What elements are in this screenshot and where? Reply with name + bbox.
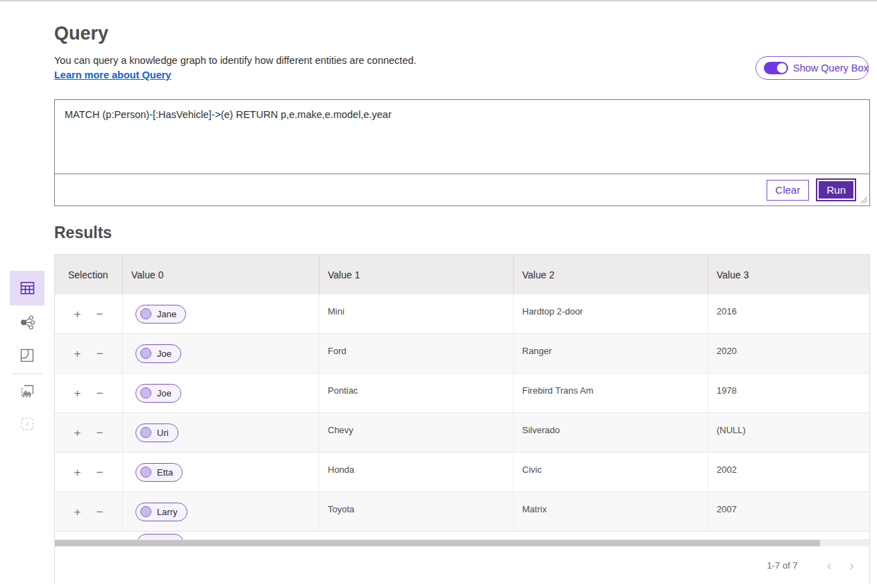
column-header-value1: Value 1: [319, 255, 514, 294]
add-to-map-icon: [20, 384, 35, 398]
value2-text: Silverado: [514, 425, 560, 435]
toggle-label: Show Query Box: [793, 62, 869, 74]
pagination-range: 1-7 of 7: [767, 560, 798, 571]
results-heading: Results: [54, 224, 112, 242]
value2-text: Hardtop 2-door: [514, 306, 583, 317]
add-to-selection-button[interactable]: +: [73, 346, 83, 361]
add-to-map-button[interactable]: [10, 376, 44, 406]
show-query-box-toggle[interactable]: Show Query Box: [755, 56, 869, 80]
value1-text: Mini: [319, 306, 344, 317]
value3-text: 2016: [708, 306, 737, 317]
add-to-selection-button[interactable]: +: [73, 465, 83, 480]
query-input[interactable]: MATCH (p:Person)-[:HasVehicle]->(e) RETU…: [55, 100, 869, 174]
add-to-selection-button[interactable]: +: [73, 307, 83, 321]
selection-cell: + −: [55, 373, 123, 412]
table-row: + − Joe Ford Ranger 2020: [55, 334, 869, 373]
value2-cell: Firebird Trans Am: [514, 373, 708, 412]
map-icon: [19, 348, 35, 363]
entity-pill[interactable]: Larry: [135, 503, 187, 521]
entity-pill-partial[interactable]: [137, 534, 184, 539]
column-header-value3: Value 3: [708, 255, 869, 294]
value2-text: Ranger: [514, 346, 552, 356]
table-row: + − Uri Chevy Silverado (NULL): [55, 413, 869, 453]
value1-cell: Mini: [319, 294, 514, 333]
value1-text: Honda: [319, 464, 354, 475]
table-view-button[interactable]: [10, 271, 44, 305]
add-to-selection-button[interactable]: +: [73, 386, 83, 401]
entity-pill[interactable]: Joe: [135, 344, 181, 363]
value0-cell: Etta: [123, 453, 319, 492]
entity-dot-icon: [140, 308, 151, 319]
remove-from-selection-button[interactable]: −: [95, 386, 105, 401]
value3-text: 1978: [708, 385, 737, 396]
entity-pill-label: Etta: [157, 467, 173, 478]
column-header-selection: Selection: [55, 255, 123, 294]
link-chart-view-button[interactable]: [10, 305, 44, 339]
table-row-partial: [55, 532, 869, 539]
value1-cell: Chevy: [319, 413, 514, 452]
pagination-bar: 1-7 of 7 ‹ ›: [55, 546, 869, 584]
value1-cell: Ford: [319, 334, 514, 373]
entity-pill[interactable]: Jane: [135, 305, 186, 324]
table-body: + − Jane Mini Hardtop 2-door 2016 + − Jo…: [55, 294, 869, 532]
query-footer: Clear Run: [55, 174, 869, 205]
value3-cell: 2020: [708, 334, 869, 373]
entity-dot-icon: [140, 427, 151, 438]
entity-dot-icon: [140, 506, 151, 517]
value1-cell: Pontiac: [319, 373, 514, 412]
entity-pill[interactable]: Uri: [135, 423, 178, 442]
next-page-button[interactable]: ›: [845, 558, 858, 572]
resize-handle-icon[interactable]: [859, 195, 867, 203]
query-box: MATCH (p:Person)-[:HasVehicle]->(e) RETU…: [54, 99, 870, 206]
value2-cell: Hardtop 2-door: [514, 294, 708, 333]
query-page: Query You can query a knowledge graph to…: [0, 0, 877, 588]
entity-pill-label: Joe: [157, 348, 172, 359]
table-row: + − Joe Pontiac Firebird Trans Am 1978: [55, 373, 869, 413]
value3-text: 2020: [708, 346, 737, 356]
horizontal-scrollbar[interactable]: [55, 539, 869, 546]
entity-pill[interactable]: Etta: [135, 463, 183, 482]
map-view-button[interactable]: [10, 339, 44, 372]
selection-cell: + −: [55, 413, 123, 452]
page-title: Query: [54, 23, 108, 44]
entity-pill[interactable]: Joe: [135, 384, 181, 403]
value3-cell: 2007: [708, 492, 869, 531]
value2-cell: Ranger: [514, 334, 708, 373]
value2-text: Civic: [514, 464, 542, 475]
value1-text: Ford: [319, 346, 346, 356]
page-description: You can query a knowledge graph to ident…: [54, 55, 417, 66]
table-icon: [19, 280, 36, 296]
clear-button[interactable]: Clear: [767, 180, 810, 201]
add-to-selection-button[interactable]: +: [73, 426, 83, 440]
remove-from-selection-button[interactable]: −: [95, 465, 105, 480]
column-header-value2: Value 2: [514, 255, 708, 294]
scrollbar-thumb[interactable]: [55, 540, 820, 546]
entity-dot-icon: [140, 387, 151, 398]
remove-from-selection-button[interactable]: −: [95, 307, 105, 321]
value1-text: Chevy: [319, 425, 353, 435]
value2-text: Matrix: [514, 504, 546, 514]
previous-page-button[interactable]: ‹: [823, 558, 836, 572]
remove-from-selection-button[interactable]: −: [95, 426, 105, 440]
value2-cell: Silverado: [514, 413, 708, 452]
remove-from-selection-button[interactable]: −: [95, 505, 105, 519]
table-header-row: Selection Value 0 Value 1 Value 2 Value …: [55, 255, 869, 294]
entity-pill-label: Joe: [157, 388, 172, 398]
learn-more-link[interactable]: Learn more about Query: [54, 69, 171, 81]
value1-cell: Toyota: [319, 492, 514, 531]
selection-icon: [20, 417, 35, 431]
value1-text: Pontiac: [319, 385, 358, 396]
view-switcher-sidebar: [10, 271, 44, 441]
value3-cell: 2002: [708, 453, 869, 492]
add-to-selection-button[interactable]: +: [73, 505, 83, 519]
remove-from-selection-button[interactable]: −: [95, 346, 105, 361]
selection-view-button: [10, 406, 44, 441]
value3-cell: 1978: [708, 373, 869, 412]
selection-cell: + −: [55, 492, 123, 531]
table-row: + − Larry Toyota Matrix 2007: [55, 492, 869, 532]
run-button[interactable]: Run: [817, 180, 855, 200]
value2-cell: Civic: [514, 453, 708, 492]
table-row: + − Etta Honda Civic 2002: [55, 453, 869, 492]
toggle-switch-icon[interactable]: [764, 62, 788, 74]
entity-pill-label: Jane: [157, 309, 176, 319]
